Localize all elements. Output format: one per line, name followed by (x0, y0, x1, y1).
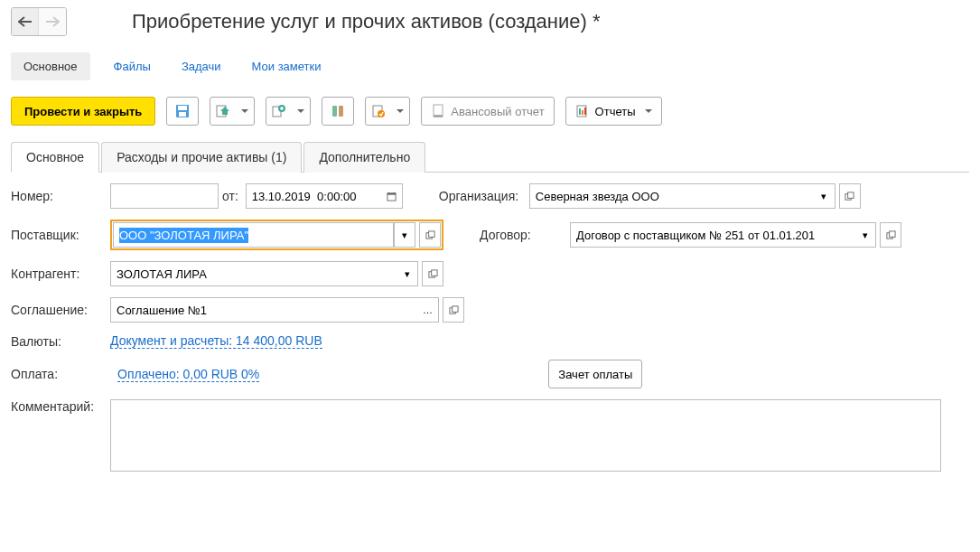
nav-buttons (11, 7, 67, 36)
svg-rect-2 (179, 112, 186, 117)
top-tab-tasks[interactable]: Задачи (174, 54, 229, 79)
forward-button[interactable] (39, 8, 66, 35)
contragent-open-button[interactable] (422, 261, 443, 286)
page-title: Приобретение услуг и прочих активов (соз… (132, 10, 601, 33)
contragent-label: Контрагент: (11, 267, 110, 281)
back-button[interactable] (12, 8, 39, 35)
comment-label: Комментарий: (11, 399, 110, 414)
number-label: Номер: (11, 189, 110, 203)
contragent-dropdown-button[interactable]: ▾ (397, 261, 418, 286)
reports-button[interactable]: Отчеты (565, 97, 662, 126)
form-tabs: Основное Расходы и прочие активы (1) Доп… (11, 142, 969, 173)
from-label: от: (222, 189, 238, 203)
payment-offset-button[interactable]: Зачет оплаты (548, 360, 642, 388)
svg-rect-6 (332, 106, 337, 117)
tab-main[interactable]: Основное (11, 142, 99, 173)
reports-label: Отчеты (595, 105, 636, 118)
svg-rect-7 (339, 106, 343, 117)
org-input[interactable] (529, 183, 814, 209)
payment-label: Оплата: (11, 367, 110, 381)
advance-report-label: Авансовый отчет (451, 105, 544, 118)
top-tab-files[interactable]: Файлы (107, 54, 158, 79)
svg-rect-29 (452, 305, 457, 311)
number-input[interactable] (110, 183, 219, 209)
top-tab-notes[interactable]: Мои заметки (245, 54, 329, 79)
post-button[interactable] (210, 97, 255, 126)
currency-label: Валюты: (11, 334, 110, 349)
contragent-input[interactable] (110, 261, 397, 286)
contract-label: Договор: (480, 228, 570, 242)
org-open-button[interactable] (839, 183, 861, 209)
svg-rect-21 (848, 192, 854, 197)
post-and-close-button[interactable]: Провести и закрыть (11, 97, 155, 126)
svg-rect-14 (582, 110, 583, 115)
payment-link[interactable]: Оплачено: 0,00 RUB 0% (117, 367, 259, 382)
top-tab-main[interactable]: Основное (11, 52, 90, 80)
svg-rect-17 (387, 192, 396, 194)
contract-open-button[interactable] (880, 222, 901, 248)
tab-additional[interactable]: Дополнительно (303, 142, 425, 173)
save-button[interactable] (166, 97, 199, 126)
supplier-open-button[interactable] (419, 222, 441, 248)
create-based-button[interactable] (266, 97, 311, 126)
agreement-label: Соглашение: (11, 303, 110, 317)
top-nav: Основное Файлы Задачи Мои заметки (11, 52, 969, 80)
svg-rect-23 (428, 230, 434, 236)
tab-expenses[interactable]: Расходы и прочие активы (1) (101, 142, 302, 173)
svg-rect-1 (178, 106, 187, 110)
agreement-open-button[interactable] (443, 297, 464, 323)
supplier-dropdown-button[interactable]: ▾ (394, 222, 415, 248)
agreement-select-button[interactable]: … (417, 297, 439, 323)
dt-kt-button[interactable] (322, 97, 354, 126)
svg-rect-27 (431, 269, 436, 275)
advance-report-button[interactable]: Авансовый отчет (421, 97, 554, 126)
comment-input[interactable] (110, 399, 941, 472)
org-dropdown-button[interactable]: ▾ (814, 183, 835, 209)
currency-link[interactable]: Документ и расчеты: 14 400,00 RUB (110, 333, 322, 349)
svg-rect-11 (434, 115, 443, 117)
contract-input[interactable] (570, 222, 854, 248)
agreement-input[interactable] (110, 297, 417, 323)
contract-dropdown-button[interactable]: ▾ (854, 222, 876, 248)
supplier-label: Поставщик: (11, 228, 110, 242)
calendar-button[interactable] (381, 183, 403, 209)
org-label: Организация: (439, 189, 529, 203)
toolbar: Провести и закрыть Авансовый отчет Отчет… (11, 97, 969, 126)
supplier-input[interactable]: ООО "ЗОЛОТАЯ ЛИРА" (113, 222, 394, 248)
svg-rect-15 (584, 108, 586, 115)
svg-rect-25 (889, 230, 894, 236)
supplier-value: ООО "ЗОЛОТАЯ ЛИРА" (119, 228, 248, 243)
edi-button[interactable] (365, 97, 410, 126)
svg-rect-13 (579, 108, 581, 115)
date-input[interactable] (246, 183, 381, 209)
